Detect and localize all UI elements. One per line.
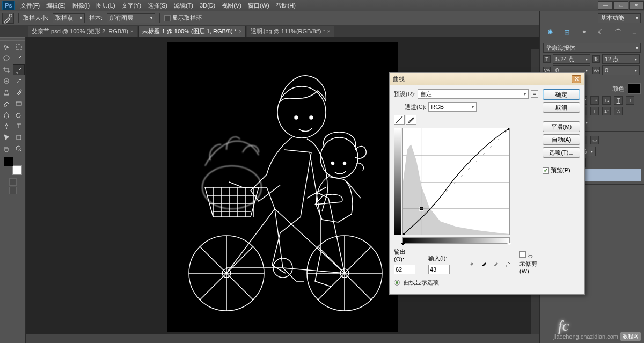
dialog-titlebar[interactable]: 曲线 ✕ [390, 73, 584, 85]
show-clipping-checkbox[interactable]: 显示修剪(W) [519, 251, 538, 274]
doc-tab-3[interactable]: 透明.jpg @ 111%(RGB/8#) *× [247, 26, 334, 37]
curve-mode-icon[interactable] [394, 115, 405, 125]
underline-icon[interactable]: T [614, 96, 623, 105]
subscript-icon[interactable]: T₁ [602, 96, 611, 105]
font-family-select[interactable]: 华康海报体▾ [543, 43, 641, 53]
document-canvas[interactable] [167, 42, 398, 332]
t1-icon[interactable]: T [590, 107, 599, 115]
type-tool[interactable] [13, 121, 25, 132]
filter-smart-icon[interactable]: ▭ [590, 136, 599, 144]
menu-3d[interactable]: 3D(D) [196, 1, 218, 10]
menu-image[interactable]: 图像(I) [69, 1, 93, 11]
menu-filter[interactable]: 滤镜(T) [171, 1, 196, 11]
on-image-adjust-icon[interactable] [469, 259, 477, 267]
options-button[interactable]: 选项(T)... [543, 147, 580, 158]
input-gradient[interactable] [402, 237, 510, 244]
menu-file[interactable]: 文件(F) [17, 1, 43, 11]
window-restore[interactable]: ▭ [613, 1, 628, 10]
quick-mask-toggle[interactable] [0, 178, 25, 186]
tab-close-icon[interactable]: × [130, 28, 134, 34]
history-brush-tool[interactable] [13, 87, 25, 98]
preset-label: 预设(R): [394, 90, 415, 98]
menu-icon[interactable]: ≡ [632, 28, 636, 36]
foreground-color-swatch[interactable] [4, 157, 13, 166]
pen-tool[interactable] [1, 121, 12, 132]
wand-tool[interactable] [13, 53, 25, 64]
curve-display-radio[interactable] [394, 280, 400, 286]
eyedropper-tool[interactable] [13, 64, 25, 75]
frac-icon[interactable]: ½ [614, 107, 623, 115]
moon-icon[interactable]: ☾ [598, 28, 604, 36]
sample-layers-select[interactable]: 所有图层▾ [107, 13, 155, 23]
cancel-button[interactable]: 取消 [543, 102, 580, 113]
color-swatches[interactable] [4, 157, 22, 175]
window-close[interactable]: ✕ [629, 1, 644, 10]
menu-view[interactable]: 视图(V) [218, 1, 245, 11]
menu-select[interactable]: 选择(S) [144, 1, 171, 11]
workspace-switcher[interactable]: 基本功能▾ [540, 11, 644, 25]
user-icon[interactable]: ⏜ [615, 28, 621, 37]
toolbox-grip[interactable] [0, 37, 25, 41]
move-tool[interactable] [1, 42, 12, 53]
smooth-button[interactable]: 平滑(M) [543, 121, 580, 132]
auto-button[interactable]: 自动(A) [543, 134, 580, 145]
preset-select[interactable]: 自定▾ [418, 89, 529, 99]
menu-window[interactable]: 窗口(W) [245, 1, 273, 11]
tab-close-icon[interactable]: × [327, 28, 331, 34]
lasso-tool[interactable] [1, 53, 12, 64]
output-input[interactable] [394, 265, 415, 274]
dodge-tool[interactable] [13, 110, 25, 120]
healing-tool[interactable] [1, 76, 12, 86]
sample-size-select[interactable]: 取样点▾ [53, 13, 85, 23]
paw-icon[interactable]: ✺ [547, 28, 553, 36]
brush-tool[interactable] [13, 76, 25, 86]
eraser-tool[interactable] [1, 98, 12, 109]
background-color-swatch[interactable] [12, 165, 22, 175]
black-point-slider[interactable] [401, 243, 405, 247]
strike-icon[interactable]: Ŧ [626, 96, 634, 105]
grid-icon[interactable]: ⊞ [564, 28, 570, 36]
tab-close-icon[interactable]: × [239, 28, 242, 34]
black-eyedropper-icon[interactable] [481, 259, 488, 267]
path-select-tool[interactable] [1, 132, 12, 143]
gray-eyedropper-icon[interactable] [493, 259, 500, 267]
marquee-tool[interactable] [13, 42, 25, 53]
menu-help[interactable]: 帮助(H) [273, 1, 299, 11]
curve-graph[interactable] [402, 128, 510, 235]
doc-tab-2[interactable]: 未标题-1 @ 100% (图层 1, RGB/8) *× [138, 26, 246, 37]
menu-edit[interactable]: 编辑(E) [43, 1, 69, 11]
white-point-slider[interactable] [507, 243, 511, 247]
text-color-swatch[interactable] [628, 83, 641, 94]
preview-checkbox[interactable]: ✔预览(P) [543, 166, 580, 174]
tracking-select[interactable]: 0▾ [602, 65, 640, 75]
doc-tab-1[interactable]: 父亲节.psd @ 100% (矩形 2, RGB/8)× [28, 26, 137, 37]
gradient-tool[interactable] [13, 98, 25, 109]
dialog-close-button[interactable]: ✕ [572, 75, 581, 83]
zoom-tool[interactable] [13, 143, 25, 154]
blur-tool[interactable] [1, 110, 12, 120]
color-label: 颜色: [612, 85, 626, 93]
1st-icon[interactable]: 1ˢ [602, 107, 611, 115]
window-minimize[interactable]: — [598, 1, 613, 10]
ok-button[interactable]: 确定 [543, 89, 580, 100]
pencil-mode-icon[interactable] [406, 115, 416, 125]
channel-select[interactable]: RGB▾ [428, 102, 477, 112]
preset-menu-icon[interactable]: ≡ [531, 90, 538, 98]
menu-type[interactable]: 文字(Y) [119, 1, 145, 11]
wand-icon[interactable]: ✦ [581, 28, 587, 36]
superscript-icon[interactable]: T¹ [590, 96, 599, 105]
svg-point-24 [295, 116, 298, 119]
input-input[interactable] [428, 265, 450, 274]
curves-dialog[interactable]: 曲线 ✕ 预设(R): 自定▾ ≡ 通道(C): RGB▾ [389, 72, 585, 295]
eyedropper-icon[interactable] [2, 13, 14, 24]
stamp-tool[interactable] [1, 87, 12, 98]
show-ring-checkbox[interactable]: 显示取样环 [164, 14, 202, 22]
shape-tool[interactable] [13, 132, 25, 143]
hand-tool[interactable] [1, 143, 12, 154]
white-eyedropper-icon[interactable] [504, 259, 512, 267]
screen-mode-toggle[interactable] [0, 187, 25, 194]
menu-layer[interactable]: 图层(L) [93, 1, 118, 11]
leading-select[interactable]: 12 点▾ [602, 54, 640, 64]
crop-tool[interactable] [1, 64, 12, 75]
font-size-select[interactable]: 5.24 点▾ [553, 54, 590, 64]
